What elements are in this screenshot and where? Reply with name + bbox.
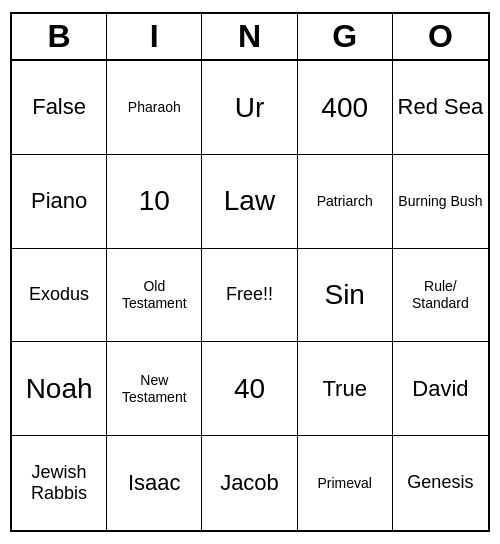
bingo-grid: FalsePharaohUr400Red SeaPiano10LawPatria…: [12, 61, 488, 530]
cell-text-r4-c2: Jacob: [220, 470, 279, 496]
bingo-card: BINGO FalsePharaohUr400Red SeaPiano10Law…: [10, 12, 490, 532]
cell-text-r0-c1: Pharaoh: [128, 99, 181, 116]
cell-r1-c3: Patriarch: [298, 155, 393, 249]
cell-r2-c1: Old Testament: [107, 249, 202, 343]
header-letter-I: I: [107, 14, 202, 59]
cell-r0-c0: False: [12, 61, 107, 155]
cell-r4-c1: Isaac: [107, 436, 202, 530]
cell-text-r3-c0: Noah: [26, 372, 93, 406]
header-letter-B: B: [12, 14, 107, 59]
cell-text-r0-c0: False: [32, 94, 86, 120]
cell-r0-c3: 400: [298, 61, 393, 155]
cell-text-r1-c4: Burning Bush: [398, 193, 482, 210]
cell-text-r1-c3: Patriarch: [317, 193, 373, 210]
header-letter-N: N: [202, 14, 297, 59]
cell-text-r3-c2: 40: [234, 372, 265, 406]
cell-text-r3-c1: New Testament: [111, 372, 197, 406]
cell-r2-c2: Free!!: [202, 249, 297, 343]
cell-text-r2-c0: Exodus: [29, 284, 89, 306]
cell-r4-c2: Jacob: [202, 436, 297, 530]
cell-r2-c4: Rule/ Standard: [393, 249, 488, 343]
cell-r2-c3: Sin: [298, 249, 393, 343]
cell-text-r0-c4: Red Sea: [398, 94, 484, 120]
cell-text-r1-c2: Law: [224, 184, 275, 218]
header-letter-G: G: [298, 14, 393, 59]
cell-r1-c1: 10: [107, 155, 202, 249]
cell-r1-c2: Law: [202, 155, 297, 249]
cell-text-r2-c3: Sin: [324, 278, 364, 312]
cell-text-r2-c2: Free!!: [226, 284, 273, 306]
cell-r4-c3: Primeval: [298, 436, 393, 530]
cell-r1-c4: Burning Bush: [393, 155, 488, 249]
cell-r3-c0: Noah: [12, 342, 107, 436]
header-letter-O: O: [393, 14, 488, 59]
cell-text-r2-c1: Old Testament: [111, 278, 197, 312]
cell-text-r4-c4: Genesis: [407, 472, 473, 494]
cell-text-r4-c3: Primeval: [317, 475, 371, 492]
cell-text-r4-c0: Jewish Rabbis: [16, 462, 102, 505]
cell-text-r0-c2: Ur: [235, 91, 265, 125]
cell-r0-c4: Red Sea: [393, 61, 488, 155]
cell-r0-c2: Ur: [202, 61, 297, 155]
cell-r3-c2: 40: [202, 342, 297, 436]
cell-r3-c1: New Testament: [107, 342, 202, 436]
cell-text-r0-c3: 400: [321, 91, 368, 125]
cell-text-r1-c1: 10: [139, 184, 170, 218]
cell-text-r2-c4: Rule/ Standard: [397, 278, 484, 312]
cell-text-r1-c0: Piano: [31, 188, 87, 214]
cell-r1-c0: Piano: [12, 155, 107, 249]
cell-r2-c0: Exodus: [12, 249, 107, 343]
cell-r4-c0: Jewish Rabbis: [12, 436, 107, 530]
cell-r4-c4: Genesis: [393, 436, 488, 530]
cell-r3-c3: True: [298, 342, 393, 436]
cell-text-r3-c3: True: [322, 376, 366, 402]
cell-r0-c1: Pharaoh: [107, 61, 202, 155]
cell-text-r4-c1: Isaac: [128, 470, 181, 496]
cell-r3-c4: David: [393, 342, 488, 436]
cell-text-r3-c4: David: [412, 376, 468, 402]
bingo-header: BINGO: [12, 14, 488, 61]
